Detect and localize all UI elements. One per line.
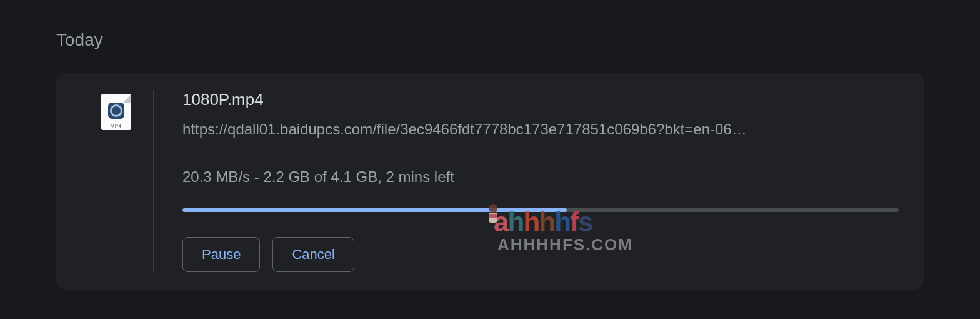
section-header-today: Today bbox=[56, 30, 924, 50]
download-status: 20.3 MB/s - 2.2 GB of 4.1 GB, 2 mins lef… bbox=[182, 168, 899, 186]
progress-fill bbox=[182, 208, 567, 212]
download-details: 1080P.mp4 https://qdall01.baidupcs.com/f… bbox=[182, 90, 899, 272]
file-icon-column: MP4 bbox=[79, 90, 154, 272]
file-source-url[interactable]: https://qdall01.baidupcs.com/file/3ec946… bbox=[182, 121, 899, 138]
file-extension-label: MP4 bbox=[101, 123, 131, 129]
progress-bar bbox=[182, 208, 899, 212]
file-name: 1080P.mp4 bbox=[182, 90, 899, 109]
file-type-icon: MP4 bbox=[101, 94, 131, 130]
download-item: MP4 1080P.mp4 https://qdall01.baidupcs.c… bbox=[56, 73, 924, 290]
downloads-page: Today MP4 1080P.mp4 https://qdall01.baid… bbox=[0, 0, 980, 290]
pause-button[interactable]: Pause bbox=[182, 237, 260, 272]
cancel-button[interactable]: Cancel bbox=[272, 237, 354, 272]
action-buttons: Pause Cancel bbox=[182, 237, 899, 272]
